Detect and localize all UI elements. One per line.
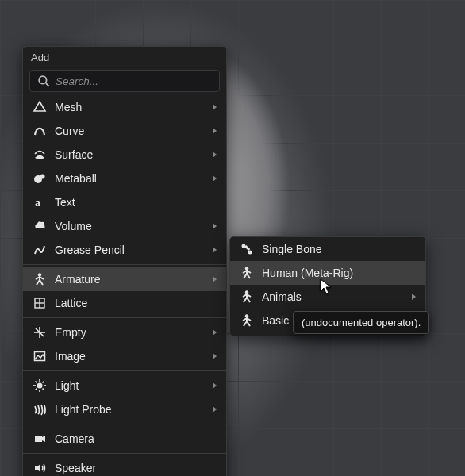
add-menu-item-label: Mesh	[55, 101, 213, 113]
metaball-icon	[31, 170, 48, 187]
viewport-3d[interactable]: Add MeshCurveSurfaceMetaballTextVolumeGr…	[0, 0, 465, 476]
add-menu-item-grease-pencil[interactable]: Grease Pencil	[23, 238, 226, 262]
add-menu-item-lattice[interactable]: Lattice	[23, 291, 226, 315]
add-menu-item-label: Curve	[55, 125, 213, 137]
submenu-arrow-icon	[213, 104, 217, 110]
add-menu-item-image[interactable]: Image	[23, 344, 226, 368]
armature-icon	[31, 271, 48, 288]
add-menu-item-camera[interactable]: Camera	[23, 427, 226, 451]
submenu-arrow-icon	[213, 329, 217, 336]
armature-submenu-item-label: Animals	[262, 290, 412, 303]
tooltip: (undocumented operator).	[293, 311, 429, 334]
search-icon	[37, 74, 51, 88]
grease-pencil-icon	[31, 241, 48, 259]
mesh-icon	[31, 98, 48, 116]
bone-icon	[238, 240, 256, 258]
add-menu-item-surface[interactable]: Surface	[23, 143, 226, 167]
submenu-arrow-icon	[213, 223, 217, 229]
menu-separator	[23, 370, 226, 371]
armature-icon	[238, 288, 256, 305]
add-menu-item-label: Light Probe	[55, 403, 213, 416]
add-menu-item-label: Lattice	[55, 297, 220, 309]
add-menu-item-label: Grease Pencil	[55, 244, 213, 256]
add-menu-item-label: Text	[55, 196, 220, 209]
armature-submenu-item-single-bone[interactable]: Single Bone	[230, 237, 425, 261]
add-menu: Add MeshCurveSurfaceMetaballTextVolumeGr…	[22, 46, 227, 476]
armature-icon	[238, 312, 256, 329]
submenu-arrow-icon	[213, 382, 217, 389]
search-input[interactable]	[56, 75, 213, 87]
menu-separator	[23, 264, 226, 265]
add-menu-item-mesh[interactable]: Mesh	[23, 95, 226, 119]
light-icon	[31, 377, 48, 394]
armature-icon	[238, 264, 256, 282]
svg-point-0	[39, 76, 46, 83]
add-menu-item-text[interactable]: Text	[23, 190, 226, 214]
add-menu-item-label: Speaker	[55, 462, 220, 474]
add-menu-item-label: Armature	[55, 273, 213, 286]
submenu-arrow-icon	[213, 276, 217, 282]
light-probe-icon	[31, 401, 48, 418]
add-menu-item-metaball[interactable]: Metaball	[23, 167, 226, 190]
volume-icon	[31, 217, 48, 235]
speaker-icon	[31, 459, 48, 476]
add-menu-item-volume[interactable]: Volume	[23, 214, 226, 238]
submenu-arrow-icon	[412, 294, 416, 300]
add-menu-item-speaker[interactable]: Speaker	[23, 456, 226, 476]
armature-submenu-item-label: Single Bone	[262, 243, 419, 255]
image-icon	[31, 347, 48, 365]
armature-submenu-item-human-meta-rig[interactable]: Human (Meta-Rig)	[230, 261, 425, 285]
submenu-arrow-icon	[213, 406, 217, 413]
camera-icon	[31, 430, 48, 447]
armature-submenu-item-animals[interactable]: Animals	[230, 285, 425, 309]
add-menu-item-curve[interactable]: Curve	[23, 119, 226, 143]
submenu-arrow-icon	[213, 128, 217, 134]
submenu-arrow-icon	[213, 353, 217, 359]
search-row[interactable]	[29, 70, 220, 92]
add-menu-item-label: Surface	[55, 148, 213, 161]
add-menu-item-empty[interactable]: Empty	[23, 321, 226, 344]
text-icon	[31, 194, 48, 211]
submenu-arrow-icon	[213, 247, 217, 253]
add-menu-item-label: Metaball	[55, 172, 213, 185]
add-menu-item-label: Image	[55, 350, 213, 363]
add-menu-item-label: Volume	[55, 220, 213, 232]
add-menu-title: Add	[23, 47, 226, 68]
submenu-arrow-icon	[213, 152, 217, 158]
add-menu-item-light-probe[interactable]: Light Probe	[23, 397, 226, 421]
svg-line-1	[46, 83, 49, 86]
add-menu-item-light[interactable]: Light	[23, 374, 226, 397]
curve-icon	[31, 122, 48, 140]
add-menu-item-label: Empty	[55, 326, 213, 339]
menu-separator	[23, 453, 226, 454]
submenu-arrow-icon	[213, 175, 217, 182]
lattice-icon	[31, 294, 48, 312]
menu-separator	[23, 424, 226, 424]
add-menu-item-label: Camera	[55, 432, 220, 445]
empty-icon	[31, 324, 48, 341]
add-menu-item-label: Light	[55, 379, 213, 392]
surface-icon	[31, 146, 48, 163]
add-menu-item-armature[interactable]: Armature	[23, 267, 226, 291]
armature-submenu-item-label: Human (Meta-Rig)	[262, 267, 419, 279]
menu-separator	[23, 317, 226, 318]
